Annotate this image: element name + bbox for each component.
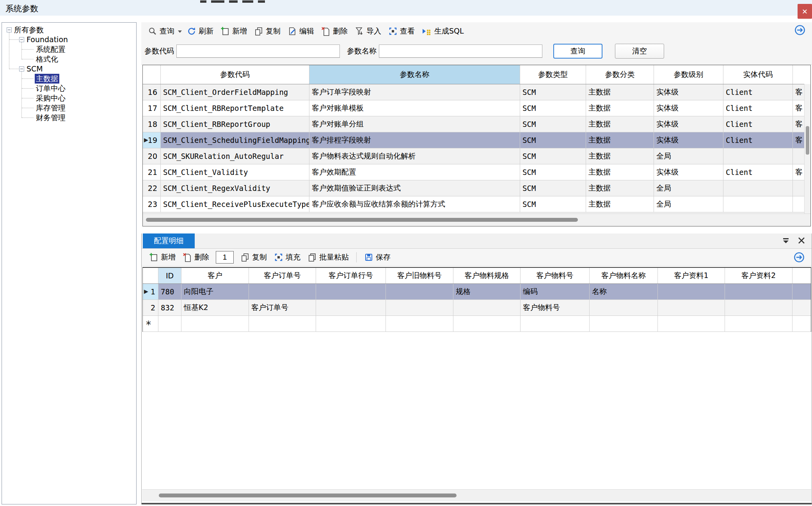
cell-level[interactable]: 全局 bbox=[654, 148, 723, 164]
cell-order-no[interactable]: 客户订单号 bbox=[249, 300, 316, 315]
collapse-box-icon[interactable] bbox=[19, 37, 24, 42]
horizontal-scrollbar[interactable] bbox=[143, 214, 810, 226]
row-header[interactable]: 16 bbox=[143, 84, 161, 100]
cell-partial[interactable] bbox=[793, 180, 805, 196]
cell-category[interactable]: 主数据 bbox=[586, 84, 654, 100]
cell-name[interactable]: 客户效期配置 bbox=[309, 164, 520, 180]
cell-code[interactable]: SCM_Client_OrderFieldMapping bbox=[161, 84, 309, 100]
cell-old-item[interactable] bbox=[386, 316, 453, 331]
cell-item-no[interactable]: 客户物料号 bbox=[521, 300, 590, 315]
cell-item-name[interactable] bbox=[590, 300, 658, 315]
cell-data2[interactable] bbox=[725, 300, 792, 315]
column-header-item-no[interactable]: 客户物料号 bbox=[521, 268, 590, 283]
cell-item-name[interactable]: 名称 bbox=[590, 284, 658, 299]
row-header[interactable]: 22 bbox=[143, 180, 161, 196]
cell-type[interactable]: SCM bbox=[520, 116, 586, 132]
cell-name[interactable]: 客户对账单分组 bbox=[309, 116, 520, 132]
cell-level[interactable]: 实体级 bbox=[654, 116, 723, 132]
horizontal-scrollbar-thumb[interactable] bbox=[146, 218, 578, 222]
table-row[interactable]: 17SCM_Client_RBReportTemplate客户对账单模板SCM主… bbox=[143, 100, 810, 116]
cell-filler[interactable] bbox=[792, 284, 811, 299]
column-header-level[interactable]: 参数级别 bbox=[654, 65, 723, 84]
cell-entity[interactable]: Client bbox=[723, 100, 793, 116]
tree-item-master-data[interactable]: 主数据 bbox=[2, 74, 136, 84]
edit-button[interactable]: 编辑 bbox=[284, 25, 318, 37]
column-header-category[interactable]: 参数分类 bbox=[586, 65, 654, 84]
refresh-button[interactable]: 刷新 bbox=[183, 25, 217, 37]
cell-category[interactable]: 主数据 bbox=[586, 116, 654, 132]
table-row[interactable]: 16SCM_Client_OrderFieldMapping客户订单字段映射SC… bbox=[143, 84, 810, 100]
row-header[interactable]: ▶19 bbox=[143, 132, 161, 148]
tree-item-formatting[interactable]: 格式化 bbox=[2, 54, 136, 64]
column-header-data2[interactable]: 客户资料2 bbox=[725, 268, 792, 283]
cell-level[interactable]: 实体级 bbox=[654, 132, 723, 148]
vertical-scrollbar[interactable] bbox=[804, 84, 810, 214]
cell-id[interactable] bbox=[158, 316, 181, 331]
column-header-item-name[interactable]: 客户物料名称 bbox=[590, 268, 658, 283]
row-header[interactable]: 20 bbox=[143, 148, 161, 164]
cell-filler[interactable] bbox=[792, 300, 811, 315]
table-row[interactable]: 2832恒基K2客户订单号客户物料号 bbox=[143, 300, 811, 316]
table-row[interactable]: * bbox=[143, 316, 811, 332]
copy-count-input[interactable] bbox=[216, 251, 234, 264]
cell-name[interactable]: 客户订单字段映射 bbox=[309, 84, 520, 100]
cell-old-item[interactable] bbox=[386, 284, 453, 299]
cell-entity[interactable]: Client bbox=[723, 84, 793, 100]
cell-partial[interactable]: 客 bbox=[793, 116, 805, 132]
cell-category[interactable]: 主数据 bbox=[586, 164, 654, 180]
cell-entity[interactable] bbox=[723, 180, 793, 196]
row-header[interactable]: * bbox=[143, 316, 158, 331]
detail-horizontal-scrollbar[interactable] bbox=[142, 489, 811, 501]
cell-order-line[interactable] bbox=[316, 300, 386, 315]
row-header[interactable]: 21 bbox=[143, 164, 161, 180]
close-button[interactable]: ✕ bbox=[798, 4, 812, 19]
detail-horizontal-scrollbar-thumb[interactable] bbox=[159, 494, 457, 497]
column-header-type[interactable]: 参数类型 bbox=[520, 65, 586, 84]
cell-type[interactable]: SCM bbox=[520, 132, 586, 148]
cell-name[interactable]: 客户排程字段映射 bbox=[309, 132, 520, 148]
table-row[interactable]: 22SCM_Client_RegexValidity客户效期值验证正则表达式SC… bbox=[143, 180, 810, 196]
collapse-box-icon[interactable] bbox=[7, 27, 12, 32]
cell-code[interactable]: SCM_Client_RegexValidity bbox=[161, 180, 309, 196]
column-header-item-spec[interactable]: 客户物料规格 bbox=[453, 268, 521, 283]
cell-data2[interactable] bbox=[725, 284, 792, 299]
circled-arrow-icon[interactable] bbox=[794, 252, 805, 263]
row-header[interactable]: 17 bbox=[143, 100, 161, 116]
cell-item-no[interactable]: 编码 bbox=[521, 284, 590, 299]
column-header-order-line[interactable]: 客户订单行号 bbox=[316, 268, 386, 283]
column-header-old-item[interactable]: 客户旧物料号 bbox=[386, 268, 453, 283]
cell-name[interactable]: 客户效期值验证正则表达式 bbox=[309, 180, 520, 196]
save-button[interactable]: 保存 bbox=[361, 251, 394, 264]
table-row[interactable]: 21SCM_Client_Validity客户效期配置SCM主数据实体级Clie… bbox=[143, 164, 810, 180]
cell-code[interactable]: SCM_SKURelation_AutoRegular bbox=[161, 148, 309, 164]
cell-partial[interactable] bbox=[793, 196, 805, 212]
cell-entity[interactable]: Client bbox=[723, 132, 793, 148]
row-header[interactable]: 2 bbox=[143, 300, 158, 315]
cell-partial[interactable]: 客 bbox=[793, 132, 805, 148]
cell-old-item[interactable] bbox=[386, 300, 453, 315]
table-row[interactable]: 18SCM_Client_RBReportGroup客户对账单分组SCM主数据实… bbox=[143, 116, 810, 132]
cell-type[interactable]: SCM bbox=[520, 180, 586, 196]
cell-name[interactable]: 客户对账单模板 bbox=[309, 100, 520, 116]
tab-config-detail[interactable]: 配置明细 bbox=[143, 233, 195, 248]
cell-order-no[interactable] bbox=[249, 316, 316, 331]
detail-delete-button[interactable]: 删除 bbox=[179, 251, 213, 264]
cell-item-no[interactable] bbox=[521, 316, 590, 331]
cell-level[interactable]: 全局 bbox=[654, 196, 723, 212]
delete-button[interactable]: 删除 bbox=[318, 25, 351, 37]
column-header-data1[interactable]: 客户资料1 bbox=[658, 268, 725, 283]
cell-filler[interactable] bbox=[792, 316, 811, 331]
tree-item-order-center[interactable]: 订单中心 bbox=[2, 84, 136, 93]
query-button[interactable]: 查询 bbox=[144, 25, 178, 37]
cell-level[interactable]: 实体级 bbox=[654, 84, 723, 100]
tree-item-scm[interactable]: SCM bbox=[2, 64, 136, 74]
cell-item-name[interactable] bbox=[590, 316, 658, 331]
cell-entity[interactable] bbox=[723, 148, 793, 164]
tree-item-system-config[interactable]: 系统配置 bbox=[2, 45, 136, 54]
cell-entity[interactable]: Client bbox=[723, 116, 793, 132]
cell-name[interactable]: 客户应收余额与应收结算余额的计算方式 bbox=[309, 196, 520, 212]
collapse-panel-icon[interactable] bbox=[781, 236, 791, 245]
cell-client[interactable]: 向阳电子 bbox=[181, 284, 249, 299]
tree-item-purchase-center[interactable]: 采购中心 bbox=[2, 93, 136, 103]
tree-item-inventory-management[interactable]: 库存管理 bbox=[2, 103, 136, 113]
